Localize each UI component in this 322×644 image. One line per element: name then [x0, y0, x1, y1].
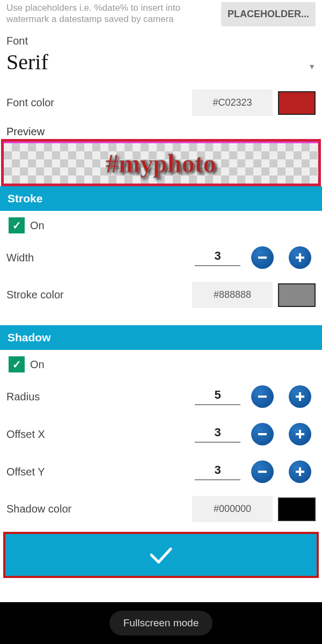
shadow-offsety-value[interactable]: 3	[195, 463, 240, 480]
shadow-color-hex[interactable]: #000000	[192, 496, 273, 522]
svg-rect-6	[258, 433, 267, 435]
preview-container: #myphoto	[1, 139, 321, 186]
minus-icon	[256, 390, 269, 403]
svg-rect-2	[299, 253, 301, 262]
font-select[interactable]: Serif ▼	[6, 49, 316, 75]
preview-canvas: #myphoto	[4, 142, 318, 184]
confirm-highlight	[3, 532, 319, 578]
stroke-color-swatch[interactable]	[278, 283, 316, 307]
shadow-radius-value[interactable]: 5	[195, 388, 240, 405]
stroke-color-hex[interactable]: #888888	[192, 282, 273, 308]
bottom-bar: Fullscreen mode	[0, 602, 322, 644]
chevron-down-icon: ▼	[308, 62, 316, 71]
shadow-on-label: On	[30, 358, 45, 371]
font-color-hex[interactable]: #C02323	[192, 90, 273, 116]
plus-icon	[294, 251, 306, 264]
minus-icon	[256, 428, 269, 441]
shadow-offsety-plus-button[interactable]	[289, 460, 311, 483]
shadow-radius-plus-button[interactable]	[289, 385, 311, 408]
shadow-offsetx-value[interactable]: 3	[195, 426, 240, 443]
preview-text: #myphoto	[106, 149, 216, 178]
stroke-width-label: Width	[6, 252, 188, 264]
shadow-on-checkbox[interactable]: ✓	[9, 356, 25, 372]
shadow-offsetx-plus-button[interactable]	[289, 423, 311, 445]
svg-rect-0	[258, 257, 267, 259]
check-icon	[147, 540, 175, 569]
shadow-section-header: Shadow	[0, 325, 322, 350]
preview-label: Preview	[0, 121, 322, 139]
shadow-color-swatch[interactable]	[278, 497, 316, 521]
plus-icon	[294, 390, 306, 403]
minus-icon	[256, 465, 269, 478]
plus-icon	[294, 428, 306, 441]
stroke-on-checkbox[interactable]: ✓	[9, 217, 25, 233]
shadow-radius-label: Radius	[6, 391, 188, 403]
font-value: Serif	[6, 49, 48, 75]
stroke-width-plus-button[interactable]	[289, 246, 311, 269]
stroke-color-label: Stroke color	[6, 289, 187, 301]
svg-rect-5	[299, 392, 301, 401]
shadow-radius-minus-button[interactable]	[251, 385, 274, 408]
plus-icon	[294, 465, 306, 478]
svg-rect-8	[299, 430, 301, 438]
stroke-width-value[interactable]: 3	[195, 249, 240, 266]
shadow-offsety-label: Offset Y	[6, 466, 188, 478]
placeholder-button[interactable]: PLACEHOLDER...	[221, 2, 316, 26]
check-icon: ✓	[12, 358, 21, 371]
font-label: Font	[6, 35, 316, 47]
shadow-offsetx-minus-button[interactable]	[251, 423, 274, 445]
placeholder-hint-text: Use placeholders i.e. %date% to insert i…	[6, 2, 215, 25]
svg-rect-9	[258, 471, 267, 473]
font-color-swatch[interactable]	[278, 91, 316, 115]
minus-icon	[256, 251, 269, 264]
stroke-section-header: Stroke	[0, 186, 322, 211]
shadow-color-label: Shadow color	[6, 503, 187, 515]
check-icon: ✓	[12, 219, 21, 232]
svg-rect-11	[299, 467, 301, 476]
shadow-offsety-minus-button[interactable]	[251, 460, 274, 483]
svg-rect-3	[258, 396, 267, 398]
font-color-label: Font color	[6, 97, 187, 109]
stroke-width-minus-button[interactable]	[251, 246, 274, 269]
fullscreen-mode-pill[interactable]: Fullscreen mode	[109, 611, 213, 635]
confirm-button[interactable]	[5, 534, 317, 576]
shadow-offsetx-label: Offset X	[6, 428, 188, 441]
stroke-on-label: On	[30, 219, 45, 232]
